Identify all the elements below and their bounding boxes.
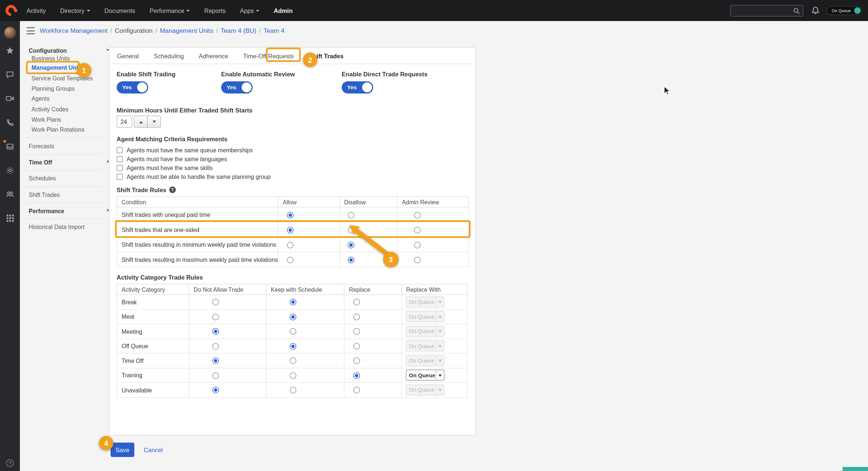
breadcrumb-team4-bu[interactable]: Team 4 (BU) [221, 27, 257, 34]
enable-direct-trade-requests-toggle[interactable]: Yes [342, 82, 373, 94]
matching-option-planning-group[interactable]: Agents must be able to handle the same p… [117, 172, 468, 181]
do-not-allow-radio[interactable] [213, 358, 219, 364]
do-not-allow-radio[interactable] [213, 328, 219, 335]
nav-reports[interactable]: Reports [204, 7, 226, 14]
inbox-icon[interactable] [0, 135, 20, 159]
video-icon[interactable] [0, 87, 20, 111]
nav-apps[interactable]: Apps [240, 7, 259, 14]
breadcrumb-workforce-management[interactable]: Workforce Management [40, 27, 108, 34]
increment-button[interactable] [134, 116, 148, 128]
disallow-radio[interactable] [348, 242, 354, 248]
help-icon[interactable]: ? [169, 187, 176, 193]
do-not-allow-radio[interactable] [213, 299, 219, 306]
sidebar-section-time-off[interactable]: Time Off [29, 158, 109, 166]
allow-radio[interactable] [287, 256, 294, 263]
notifications-bell-icon[interactable] [811, 6, 820, 15]
replace-radio[interactable] [353, 358, 360, 364]
checkbox[interactable] [117, 147, 123, 153]
checkbox[interactable] [117, 164, 123, 171]
on-queue-status-toggle[interactable]: On Queue [827, 6, 862, 15]
do-not-allow-radio[interactable] [213, 387, 219, 394]
breadcrumb-management-units[interactable]: Management Units [160, 27, 213, 34]
do-not-allow-radio[interactable] [213, 372, 219, 379]
sidebar-item-activity-codes[interactable]: Activity Codes [32, 105, 69, 113]
decrement-button[interactable] [147, 116, 161, 128]
sidebar-item-forecasts[interactable]: Forecasts [29, 142, 54, 150]
nav-activity[interactable]: Activity [27, 7, 46, 14]
do-not-allow-radio[interactable] [213, 314, 219, 320]
replace-radio[interactable] [353, 387, 360, 394]
keep-with-schedule-radio[interactable] [290, 343, 296, 350]
tab-shift-trades[interactable]: Shift Trades [309, 52, 344, 59]
gear-icon[interactable] [0, 159, 20, 183]
nav-documents[interactable]: Documents [104, 7, 135, 14]
matching-option-languages[interactable]: Agents must have the same languages [117, 155, 468, 163]
allow-radio[interactable] [287, 242, 294, 248]
admin-review-radio[interactable] [414, 226, 421, 233]
save-button[interactable]: Save [111, 443, 135, 457]
sidebar-item-schedules[interactable]: Schedules [29, 174, 56, 182]
disallow-radio[interactable] [348, 212, 354, 218]
keep-with-schedule-radio[interactable] [290, 387, 296, 394]
replace-radio[interactable] [353, 343, 360, 350]
checkbox[interactable] [117, 173, 123, 180]
replace-radio[interactable] [353, 372, 360, 379]
nav-directory[interactable]: Directory [60, 7, 90, 14]
contacts-icon[interactable] [0, 183, 20, 207]
breadcrumb-team4[interactable]: Team 4 [264, 27, 285, 34]
allow-radio[interactable] [287, 226, 294, 233]
keep-with-schedule-radio[interactable] [290, 358, 296, 364]
enable-automatic-review-toggle[interactable]: Yes [221, 82, 253, 94]
cancel-button[interactable]: Cancel [144, 447, 163, 453]
replace-radio[interactable] [353, 314, 360, 320]
replace-with-select[interactable]: On Queue [405, 370, 444, 381]
nav-admin[interactable]: Admin [274, 7, 293, 14]
tab-general[interactable]: General [117, 52, 139, 59]
sidebar-item-agents[interactable]: Agents [32, 95, 50, 103]
keep-with-schedule-radio[interactable] [290, 372, 296, 379]
matching-option-queue-memberships[interactable]: Agents must have the same queue membersh… [117, 146, 468, 155]
sidebar-section-performance[interactable]: Performance [29, 207, 109, 215]
apps-grid-icon[interactable] [0, 207, 20, 231]
sidebar-item-service-goal-templates[interactable]: Service Goal Templates [32, 74, 93, 82]
keep-with-schedule-radio[interactable] [290, 299, 296, 306]
chat-icon[interactable] [0, 63, 20, 87]
replace-radio[interactable] [353, 328, 360, 335]
min-hours-input[interactable]: 24 [117, 116, 132, 128]
keep-with-schedule-radio[interactable] [290, 314, 296, 320]
sidebar-item-planning-groups[interactable]: Planning Groups [32, 85, 75, 93]
favorites-star-icon[interactable] [0, 39, 20, 63]
tab-time-off-requests[interactable]: Time-Off Requests [243, 52, 294, 59]
user-avatar[interactable] [4, 27, 16, 39]
nav-performance[interactable]: Performance [150, 7, 190, 14]
admin-review-radio[interactable] [414, 242, 421, 248]
table-row: Off Queue On Queue [117, 339, 467, 353]
admin-review-radio[interactable] [414, 212, 421, 218]
sidebar-item-shift-trades[interactable]: Shift Trades [29, 191, 60, 199]
search-input[interactable] [731, 5, 803, 16]
matching-option-skills[interactable]: Agents must have the same skills [117, 163, 468, 172]
sidebar-item-work-plans[interactable]: Work Plans [32, 116, 61, 124]
sidebar-item-business-units[interactable]: Business Units [32, 54, 70, 62]
keep-with-schedule-radio[interactable] [290, 328, 296, 335]
sidebar-item-management-units[interactable]: Management Units [32, 64, 83, 72]
disallow-radio[interactable] [348, 226, 354, 233]
sidebar-item-historical-data-import[interactable]: Historical Data Import [29, 223, 84, 231]
collapse-menu-icon[interactable] [27, 27, 35, 35]
enable-shift-trading-label: Enable Shift Trading [117, 71, 176, 77]
sidebar-item-work-plan-rotations[interactable]: Work Plan Rotations [32, 126, 84, 134]
tab-adherence[interactable]: Adherence [199, 52, 228, 59]
do-not-allow-radio[interactable] [213, 343, 219, 350]
admin-review-radio[interactable] [414, 256, 421, 263]
divider [24, 187, 104, 187]
allow-radio[interactable] [287, 212, 294, 218]
help-icon[interactable]: ? [6, 459, 14, 467]
sidebar-section-configuration[interactable]: Configuration [29, 46, 109, 54]
genesys-logo[interactable] [3, 3, 19, 18]
checkbox[interactable] [117, 156, 123, 162]
disallow-radio[interactable] [348, 256, 354, 263]
replace-radio[interactable] [353, 299, 360, 306]
tab-scheduling[interactable]: Scheduling [154, 52, 184, 59]
enable-shift-trading-toggle[interactable]: Yes [117, 82, 149, 94]
phone-icon[interactable] [0, 111, 20, 135]
